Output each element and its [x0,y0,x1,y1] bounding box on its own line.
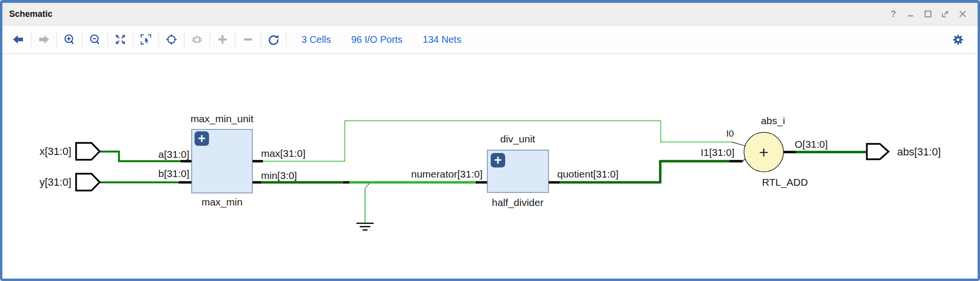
settings-gear-icon[interactable] [947,29,969,50]
toolbar-separator [261,32,261,47]
maximize-icon[interactable] [922,8,934,20]
schematic-window: Schematic ? [0,0,980,281]
titlebar: Schematic ? [2,3,978,26]
forward-button[interactable] [33,29,55,50]
toolbar: 3 Cells 96 I/O Ports 134 Nets [2,26,978,54]
close-icon[interactable] [956,8,969,20]
input-port-y[interactable] [76,174,100,191]
autofit-selection-button[interactable] [160,29,183,50]
toolbar-separator [209,32,210,47]
pin-i0-label: I0 [726,128,734,139]
input-port-x[interactable] [76,143,100,160]
pin-numerator-label: numerator[31:0] [411,168,483,179]
pin-o-label: O[31:0] [795,139,828,150]
pin-b-label: b[31:0] [158,168,189,179]
pin-a-label: a[31:0] [158,149,189,160]
expand-plus-glyph: + [198,131,206,146]
toolbar-separator [235,32,235,47]
pin-max-label: max[31:0] [261,148,305,159]
regenerate-button[interactable] [262,29,285,50]
help-icon[interactable]: ? [887,8,900,20]
cell-adder[interactable]: + [744,132,784,172]
io-ports-link[interactable]: 96 I/O Ports [351,34,403,45]
design-stats: 3 Cells 96 I/O Ports 134 Nets [301,34,461,45]
back-button[interactable] [7,29,29,50]
minimize-icon[interactable] [904,8,917,20]
cell-adder-name: abs_i [761,115,785,127]
schematic-svg: x[31:0] y[31:0] abs[31:0] max_min_unit m… [2,54,978,279]
toolbar-separator [82,32,82,47]
input-port-y-label: y[31:0] [39,176,71,188]
zoom-in-button[interactable] [58,29,80,50]
output-port-abs[interactable] [867,144,889,159]
cell-max-min-name: max_min_unit [191,113,254,125]
collapse-level-button[interactable] [237,29,259,50]
input-port-x-label: x[31:0] [39,145,71,157]
toolbar-separator [133,32,133,47]
zoom-fit-button[interactable] [109,29,131,50]
adder-operator: + [759,143,769,161]
net-ground-tap[interactable] [365,184,369,223]
zoom-to-selection-button[interactable] [135,29,157,50]
toggle-block-pins-button[interactable] [186,29,208,50]
expand-level-button[interactable] [211,29,234,50]
ground-symbol[interactable] [356,223,374,230]
cell-divider-name: div_unit [500,133,536,145]
schematic-canvas[interactable]: x[31:0] y[31:0] abs[31:0] max_min_unit m… [2,54,978,279]
toolbar-separator [31,32,31,47]
zoom-out-button[interactable] [84,29,106,50]
cell-adder-type: RTL_ADD [762,177,808,188]
expand-button-divider[interactable]: + [491,153,505,167]
pin-quotient-label: quotient[31:0] [557,168,618,179]
cell-max-min-instance: max_min [201,196,242,208]
float-icon[interactable] [939,8,952,20]
expand-button-max-min[interactable]: + [195,131,209,146]
toolbar-separator [286,32,287,47]
pin-i1-label: I1[31:0] [701,147,734,158]
toolbar-separator [107,32,108,47]
window-controls: ? [887,8,969,20]
expand-plus-glyph: + [494,153,502,167]
toolbar-separator [184,32,184,47]
window-title: Schematic [9,9,52,19]
cell-divider-instance: half_divider [492,197,543,208]
cells-link[interactable]: 3 Cells [301,34,331,45]
toolbar-separator [158,32,159,47]
output-port-abs-label: abs[31:0] [897,146,941,158]
nets-link[interactable]: 134 Nets [423,34,461,45]
pin-min-label: min[3:0] [261,170,297,181]
screenshot: Schematic ? [0,0,980,281]
toolbar-separator [56,32,57,47]
